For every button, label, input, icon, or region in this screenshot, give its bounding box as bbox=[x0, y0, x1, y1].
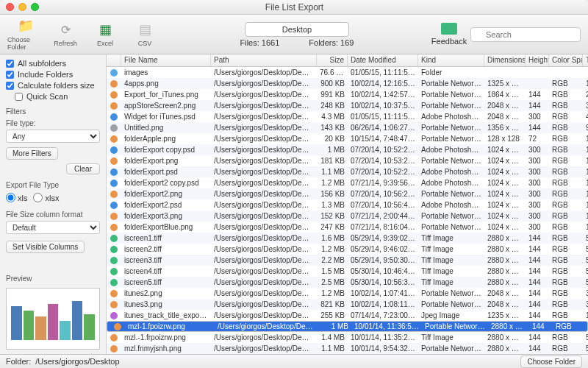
cell-total-pixels: 5,184,000 bbox=[583, 245, 588, 253]
file-type-select[interactable]: Any bbox=[6, 130, 100, 143]
export-csv-button[interactable]: ▤ CSV bbox=[126, 18, 163, 52]
more-filters-button[interactable]: More Filters bbox=[6, 147, 58, 160]
cell-size: 1.2 MB bbox=[317, 289, 348, 297]
refresh-button[interactable]: ⟳ Refresh bbox=[47, 18, 84, 52]
cell-color-space: RGB bbox=[549, 311, 583, 319]
table-row[interactable]: itunes2.png/Users/giorgos/Desktop/DemoFo… bbox=[107, 288, 588, 299]
cell-name: mzl-1.fpoizrw.png bbox=[125, 322, 215, 330]
choose-folder-button[interactable]: 📁 Choose Folder bbox=[7, 18, 44, 52]
cell-date: 07/21/14, 9:39:56 PM bbox=[348, 179, 418, 187]
table-row[interactable]: folderExport.png/Users/giorgos/Desktop/D… bbox=[107, 155, 588, 166]
table-row[interactable]: folderExport copy.psd/Users/giorgos/Desk… bbox=[107, 144, 588, 155]
table-row[interactable]: Widget for iTunes.psd/Users/giorgos/Desk… bbox=[107, 111, 588, 122]
cell-path: /Users/giorgos/Desktop/DemoFolder/i... bbox=[211, 190, 317, 198]
include-folders-checkbox[interactable]: Include Folders bbox=[6, 70, 100, 79]
cell-date: 05/29/14, 9:39:02 AM bbox=[348, 234, 418, 242]
cell-height: 144 bbox=[526, 333, 549, 342]
cell-size: 248 KB bbox=[317, 102, 348, 110]
cell-total-pixels: 5,184,000 bbox=[583, 234, 588, 242]
all-subfolders-checkbox[interactable]: All subfolders bbox=[6, 59, 100, 68]
cell-dimensions: 1024 x 1024 bbox=[484, 179, 526, 187]
table-row[interactable]: 4apps.png/Users/giorgos/Desktop/DemoFold… bbox=[107, 78, 588, 89]
cell-height: 144 bbox=[526, 102, 549, 110]
cell-name: iscreen2.tiff bbox=[121, 245, 211, 253]
table-row[interactable]: iscreen3.tiff/Users/giorgos/Desktop/Demo… bbox=[107, 255, 588, 266]
file-icon bbox=[107, 213, 121, 220]
col-date[interactable]: Date Modified bbox=[348, 54, 418, 66]
feedback-button[interactable]: Feedback bbox=[431, 23, 467, 46]
table-row[interactable]: mzl.fnmyjsnh.png/Users/giorgos/Desktop/D… bbox=[107, 343, 588, 354]
cell-name: folderExport.png bbox=[121, 157, 211, 165]
table-row[interactable]: folderApple.png/Users/giorgos/Desktop/De… bbox=[107, 133, 588, 144]
file-icon bbox=[107, 279, 121, 286]
minimize-window-button[interactable] bbox=[18, 3, 26, 11]
col-color-space[interactable]: Color Space bbox=[549, 54, 583, 66]
col-height[interactable]: Height bbox=[526, 54, 549, 66]
table-row[interactable]: mzl.-1.frpoizrw.png/Users/giorgos/Deskto… bbox=[107, 332, 588, 343]
set-visible-columns-button[interactable]: Set Visible Columns bbox=[6, 241, 85, 253]
col-path[interactable]: Path bbox=[211, 54, 317, 66]
file-icon bbox=[107, 246, 121, 253]
table-row[interactable]: folderExport2.psd/Users/giorgos/Desktop/… bbox=[107, 199, 588, 210]
col-name[interactable]: File Name bbox=[121, 54, 211, 66]
cell-name: folderExport2.png bbox=[121, 190, 211, 198]
cell-total-pixels: 1,048,576 bbox=[583, 223, 588, 231]
cell-kind: Tiff Image bbox=[418, 245, 484, 253]
table-row[interactable]: itunes_track_title_export.jpg/Users/gior… bbox=[107, 310, 588, 321]
cell-total-pixels: 3,145,728 bbox=[583, 300, 588, 308]
table-row[interactable]: Export_for_iTunes.png/Users/giorgos/Desk… bbox=[107, 89, 588, 100]
col-size[interactable]: Size bbox=[317, 54, 348, 66]
cell-kind: Portable Network G... bbox=[418, 124, 484, 132]
table-row[interactable]: iscreen2.tiff/Users/giorgos/Desktop/Demo… bbox=[107, 244, 588, 255]
table-row[interactable]: folderExport2.png/Users/giorgos/Desktop/… bbox=[107, 188, 588, 199]
table-row[interactable]: folderExport2 copy.psd/Users/giorgos/Des… bbox=[107, 177, 588, 188]
cell-size: 76.6 MB bbox=[317, 68, 348, 77]
table-row[interactable]: iscreen1.tiff/Users/giorgos/Desktop/Demo… bbox=[107, 233, 588, 244]
size-format-select[interactable]: Default bbox=[6, 221, 100, 234]
col-total-pixels[interactable]: Total Pixels bbox=[583, 54, 588, 66]
cell-dimensions: 2880 x 1800 bbox=[488, 322, 529, 330]
cell-color-space: RGB bbox=[553, 322, 587, 330]
col-dimensions[interactable]: Dimensions bbox=[484, 54, 526, 66]
cell-size: 181 KB bbox=[317, 157, 348, 165]
cell-path: /Users/giorgos/Desktop/DemoFolder/... bbox=[211, 68, 317, 77]
clear-filters-button[interactable]: Clear bbox=[66, 163, 100, 174]
col-icon[interactable] bbox=[107, 54, 121, 66]
table-body[interactable]: images/Users/giorgos/Desktop/DemoFolder/… bbox=[107, 67, 588, 354]
xlsx-radio[interactable]: xlsx bbox=[33, 193, 59, 202]
xls-radio[interactable]: xls bbox=[6, 193, 27, 202]
search-input[interactable] bbox=[470, 27, 581, 42]
cell-size: 1 MB bbox=[317, 146, 348, 154]
cell-color-space: RGB bbox=[549, 245, 583, 253]
zoom-window-button[interactable] bbox=[31, 3, 39, 11]
cell-name: folderExport2.psd bbox=[121, 201, 211, 209]
cell-path: /Users/giorgos/Desktop/DemoFolder/i... bbox=[211, 278, 317, 286]
cell-kind: Folder bbox=[418, 68, 484, 77]
table-row[interactable]: folderExport.psd/Users/giorgos/Desktop/D… bbox=[107, 166, 588, 177]
calculate-sizes-checkbox[interactable]: Calculate folders size bbox=[6, 81, 100, 90]
table-row[interactable]: iscreen4.tiff/Users/giorgos/Desktop/Demo… bbox=[107, 266, 588, 277]
table-row[interactable]: appStoreScreen2.png/Users/giorgos/Deskto… bbox=[107, 100, 588, 111]
footer-choose-folder-button[interactable]: Choose Folder bbox=[520, 355, 582, 368]
table-row[interactable]: Untitled.png/Users/giorgos/Desktop/DemoF… bbox=[107, 122, 588, 133]
table-row[interactable]: folderExportBlue.png/Users/giorgos/Deskt… bbox=[107, 222, 588, 233]
cell-dimensions: 2048 x 1536 bbox=[484, 300, 526, 308]
table-row[interactable]: mzl-1.fpoizrw.png/Users/giorgos/Desktop/… bbox=[107, 321, 588, 332]
file-icon bbox=[107, 135, 121, 143]
footer-label: Folder: bbox=[6, 357, 31, 366]
quick-scan-checkbox[interactable]: Quick Scan bbox=[15, 92, 100, 101]
table-row[interactable]: images/Users/giorgos/Desktop/DemoFolder/… bbox=[107, 67, 588, 78]
cell-color-space: RGB bbox=[549, 256, 583, 264]
close-window-button[interactable] bbox=[6, 3, 14, 11]
export-excel-button[interactable]: ▦ Excel bbox=[87, 18, 123, 52]
location-tab[interactable]: Desktop bbox=[245, 22, 349, 37]
size-format-label: File Size column format bbox=[6, 210, 100, 219]
cell-name: Untitled.png bbox=[121, 124, 211, 132]
table-row[interactable]: itunes3.png/Users/giorgos/Desktop/DemoFo… bbox=[107, 299, 588, 310]
table-row[interactable]: folderExport3.png/Users/giorgos/Desktop/… bbox=[107, 210, 588, 222]
col-kind[interactable]: Kind bbox=[418, 54, 484, 66]
table-row[interactable]: iscreen5.tiff/Users/giorgos/Desktop/Demo… bbox=[107, 277, 588, 288]
cell-total-pixels: 3,145,728 bbox=[583, 102, 588, 110]
cell-dimensions: 1024 x 1024 bbox=[484, 157, 526, 165]
cell-name: appStoreScreen2.png bbox=[121, 102, 211, 110]
